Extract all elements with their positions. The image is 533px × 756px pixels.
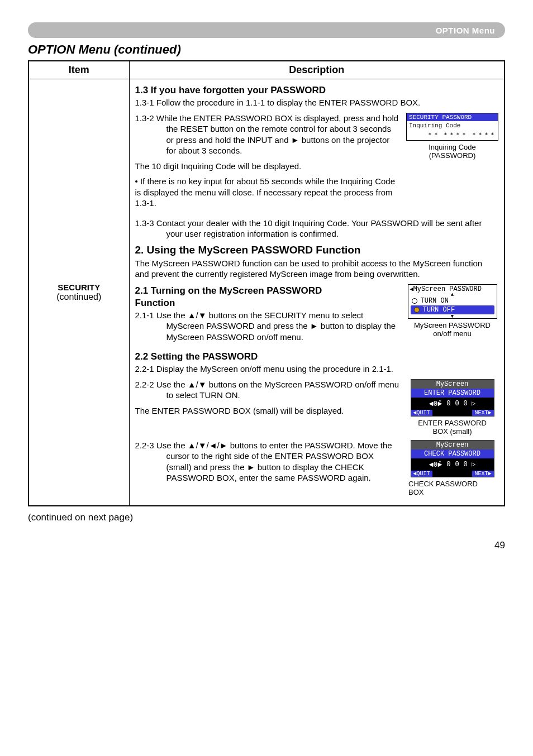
options-table: Item Description SECURITY (continued) 1.…: [28, 60, 505, 506]
inquiry-caption2: (PASSWORD): [406, 151, 498, 160]
inquiry-title: SECURITY PASSWORD: [407, 113, 498, 121]
continued-note: (continued on next page): [28, 512, 505, 523]
check-pw-figure: MyScreen CHECK PASSWORD ◄0̂►000 ▷ ◄QUITN…: [406, 440, 498, 496]
th-desc: Description: [129, 61, 505, 79]
enter-pw-hdr2: ENTER PASSWORD: [411, 389, 494, 398]
para-1-3-3: 1.3-3 Contact your dealer with the 10 di…: [135, 218, 499, 240]
heading-2-1a: 2.1 Turning on the MyScreen PASSWORD: [135, 285, 400, 296]
para-2-intro: The MyScreen PASSWORD function can be us…: [135, 258, 499, 280]
header-bar: OPTION Menu: [28, 22, 505, 38]
heading-2: 2. Using the MyScreen PASSWORD Function: [135, 244, 499, 256]
onoff-menu-figure: ◄MyScreen PASSWORD ▲ TURN ON TURN OFF ▼ …: [406, 284, 498, 338]
check-pw-hdr1: MyScreen: [411, 441, 494, 449]
check-pw-caption2: BOX: [408, 488, 498, 496]
crosshair-icon: ◄0̂►: [429, 399, 442, 408]
inquiry-caption1: Inquiring Code: [406, 143, 498, 151]
onoff-off: TURN OFF: [423, 306, 455, 314]
onoff-caption2: on/off menu: [406, 329, 498, 338]
quit-label2: ◄QUIT: [411, 471, 432, 477]
para-1-3-1: 1.3-1 Follow the procedure in 1.1-1 to d…: [135, 97, 499, 108]
radio-on-icon: [414, 307, 420, 313]
para-2-2-2b: The ENTER PASSWORD BOX (small) will be d…: [135, 405, 400, 417]
onoff-caption1: MyScreen PASSWORD: [406, 321, 498, 329]
enter-pw-figure: MyScreen ENTER PASSWORD ◄0̂►000 ▷ ◄QUITN…: [406, 379, 498, 436]
inquiry-line1: Inquiring Code: [407, 121, 498, 131]
item-label: SECURITY: [35, 283, 123, 292]
para-2-1-1: 2.1-1 Use the ▲/▼ buttons on the SECURIT…: [135, 310, 400, 343]
header-menu-label: OPTION Menu: [436, 26, 495, 35]
item-cell: SECURITY (continued): [28, 79, 129, 506]
enter-pw-caption2: BOX (small): [406, 427, 498, 436]
heading-1-3: 1.3 If you have forgotten your PASSWORD: [135, 85, 499, 96]
para-1-3-2b: The 10 digit Inquiring Code will be disp…: [135, 161, 400, 172]
para-2-2-2a: 2.2-2 Use the ▲/▼ buttons on the MyScree…: [135, 379, 400, 401]
next-label2: NEXT►: [472, 471, 493, 477]
heading-2-1b: Function: [135, 298, 400, 309]
inquiring-code-figure: SECURITY PASSWORD Inquiring Code ＊＊ ＊＊＊＊…: [406, 113, 498, 160]
radio-off-icon: [412, 298, 417, 304]
check-pw-hdr2: CHECK PASSWORD: [411, 449, 494, 458]
crosshair-icon: ◄0̂►: [429, 460, 442, 469]
page-number: 49: [28, 540, 505, 551]
para-2-2-1: 2.2-1 Display the MyScreen on/off menu u…: [135, 363, 499, 375]
inquiry-stars: ＊＊ ＊＊＊＊ ＊＊＊＊: [407, 131, 498, 140]
heading-2-2: 2.2 Setting the PASSWORD: [135, 351, 499, 362]
check-pw-caption1: CHECK PASSWORD: [408, 480, 498, 488]
next-label: NEXT►: [472, 410, 493, 416]
para-1-3-2c: • If there is no key input for about 55 …: [135, 176, 400, 209]
para-1-3-2a: 1.3-2 While the ENTER PASSWORD BOX is di…: [135, 113, 400, 156]
onoff-on: TURN ON: [421, 297, 449, 305]
enter-pw-hdr1: MyScreen: [411, 380, 494, 389]
section-title: OPTION Menu (continued): [28, 42, 505, 57]
th-item: Item: [28, 61, 129, 79]
para-2-2-3: 2.2-3 Use the ▲/▼/◄/► buttons to enter t…: [135, 440, 400, 484]
enter-pw-caption1: ENTER PASSWORD: [406, 419, 498, 427]
item-sublabel: (continued): [35, 292, 123, 302]
description-cell: 1.3 If you have forgotten your PASSWORD …: [129, 79, 505, 506]
quit-label: ◄QUIT: [411, 410, 432, 416]
onoff-hdr: MyScreen PASSWORD: [413, 285, 482, 293]
